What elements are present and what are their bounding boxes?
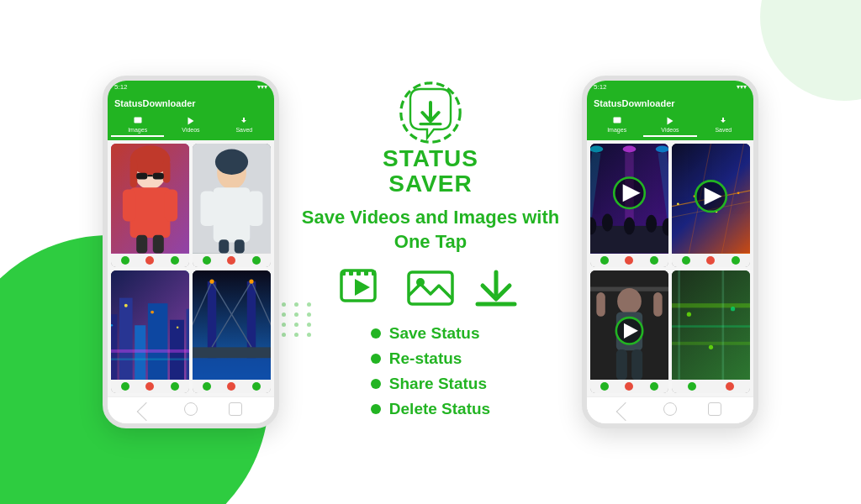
tab-saved-right[interactable]: Saved xyxy=(697,113,750,137)
video-action-share-2[interactable] xyxy=(682,256,690,265)
photo-actions-4 xyxy=(193,380,271,393)
svg-rect-105 xyxy=(672,325,750,328)
action-save-3[interactable] xyxy=(171,382,179,391)
tagline: Save Videos and Images with One Tap xyxy=(302,206,560,254)
svg-rect-35 xyxy=(111,349,189,352)
svg-rect-28 xyxy=(148,303,167,380)
download-icon xyxy=(471,267,521,307)
photo-actions-3 xyxy=(111,380,189,393)
svg-point-31 xyxy=(124,303,128,307)
tab-videos-right[interactable]: Videos xyxy=(643,113,696,137)
action-share-4[interactable] xyxy=(203,382,211,391)
action-save-2[interactable] xyxy=(252,256,261,265)
svg-point-61 xyxy=(615,118,616,120)
svg-rect-18 xyxy=(214,187,251,242)
photo-card-2 xyxy=(193,144,271,267)
video-card-4 xyxy=(672,270,750,394)
action-delete-3[interactable] xyxy=(145,382,154,391)
action-delete-2[interactable] xyxy=(227,256,235,265)
photo-img-1 xyxy=(111,144,189,254)
svg-point-34 xyxy=(177,326,179,328)
tab-videos-left[interactable]: Videos xyxy=(164,113,217,137)
svg-rect-11 xyxy=(130,160,138,188)
phone-left-inner: 5:12 ▾▾▾ StatusDownloader Images Videos … xyxy=(108,81,274,423)
video-action-delete-4[interactable] xyxy=(726,382,734,391)
svg-point-64 xyxy=(590,146,603,153)
logo-text: STATUS SAVER xyxy=(383,146,478,198)
feature-item-1: Save Status xyxy=(371,324,490,343)
svg-point-87 xyxy=(737,192,740,194)
video-action-delete-1[interactable] xyxy=(625,256,633,265)
video-img-2 xyxy=(672,144,750,254)
video-action-share-1[interactable] xyxy=(600,256,609,265)
svg-rect-96 xyxy=(596,292,605,317)
action-delete-4[interactable] xyxy=(227,382,235,391)
svg-point-32 xyxy=(151,310,154,313)
phone-right-content xyxy=(587,140,753,396)
feature-list: Save Status Re-status Share Status Delet… xyxy=(371,324,490,425)
svg-marker-51 xyxy=(355,279,370,296)
photo-card-1 xyxy=(111,144,189,267)
svg-rect-5 xyxy=(130,187,171,238)
video-action-save-2[interactable] xyxy=(732,256,740,265)
svg-rect-44 xyxy=(193,347,271,358)
video-card-3 xyxy=(590,270,668,394)
svg-rect-19 xyxy=(201,192,215,226)
video-img-3 xyxy=(590,270,668,381)
svg-rect-21 xyxy=(219,239,229,253)
svg-rect-9 xyxy=(153,235,164,254)
video-action-share-4[interactable] xyxy=(688,382,696,391)
video-actions-2 xyxy=(672,254,750,267)
nav-home-left[interactable] xyxy=(184,402,198,416)
svg-point-46 xyxy=(209,279,214,283)
svg-rect-104 xyxy=(672,303,750,307)
photo-actions-1 xyxy=(111,254,189,267)
video-action-save-3[interactable] xyxy=(650,382,658,391)
svg-rect-6 xyxy=(123,189,135,221)
svg-point-65 xyxy=(623,146,637,153)
video-icon xyxy=(340,267,390,307)
svg-rect-99 xyxy=(631,349,642,380)
video-action-share-3[interactable] xyxy=(600,382,609,391)
video-img-1 xyxy=(590,144,668,254)
nav-back-left[interactable] xyxy=(137,402,156,422)
svg-marker-2 xyxy=(188,118,193,125)
feature-item-3: Share Status xyxy=(371,375,490,393)
bullet-2 xyxy=(371,354,381,364)
svg-rect-14 xyxy=(153,173,164,180)
video-action-save-1[interactable] xyxy=(650,256,658,265)
action-share-2[interactable] xyxy=(203,256,211,265)
svg-rect-25 xyxy=(111,314,117,380)
nav-home-right[interactable] xyxy=(663,402,677,416)
logo-area: STATUS SAVER xyxy=(383,79,478,198)
photo-img-4 xyxy=(193,270,271,381)
action-save-1[interactable] xyxy=(171,256,179,265)
video-action-delete-2[interactable] xyxy=(706,256,715,265)
phone-left-time: 5:12 xyxy=(114,83,128,91)
svg-point-1 xyxy=(135,118,137,120)
tab-images-left[interactable]: Images xyxy=(111,113,164,137)
nav-back-right[interactable] xyxy=(616,402,636,422)
svg-rect-36 xyxy=(111,358,189,360)
photo-card-3 xyxy=(111,270,189,394)
svg-rect-20 xyxy=(248,192,262,226)
svg-point-94 xyxy=(617,287,642,313)
svg-rect-108 xyxy=(722,270,725,381)
photo-img-3 xyxy=(111,270,189,381)
svg-rect-106 xyxy=(672,341,750,344)
phone-right-bottom xyxy=(587,396,753,423)
phone-left-bottom xyxy=(108,396,274,423)
photo-img-2 xyxy=(193,144,271,254)
nav-recent-left[interactable] xyxy=(229,402,242,416)
tab-images-right[interactable]: Images xyxy=(590,113,643,137)
nav-recent-right[interactable] xyxy=(708,402,721,416)
svg-rect-13 xyxy=(136,173,147,180)
photo-actions-2 xyxy=(193,254,271,267)
action-share-1[interactable] xyxy=(121,256,129,265)
svg-rect-107 xyxy=(678,270,680,381)
action-delete-1[interactable] xyxy=(145,256,154,265)
action-save-4[interactable] xyxy=(252,382,261,391)
tab-saved-left[interactable]: Saved xyxy=(218,113,271,137)
video-action-delete-3[interactable] xyxy=(625,382,633,391)
action-share-3[interactable] xyxy=(121,382,129,391)
